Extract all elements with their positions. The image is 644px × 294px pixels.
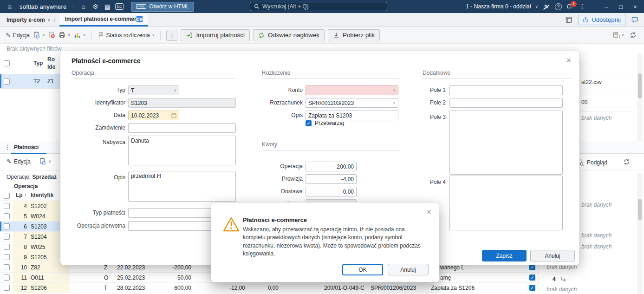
cancel-button[interactable]: Anuluj [530, 250, 575, 261]
comment-icon[interactable] [631, 16, 638, 23]
row-checkbox[interactable] [4, 223, 10, 229]
process-checkbox[interactable] [529, 285, 535, 291]
account-select[interactable]: ∨ [306, 85, 398, 95]
bar-chart-icon [74, 32, 81, 39]
row-checkbox[interactable] [4, 78, 10, 85]
commission-field[interactable] [306, 174, 357, 184]
copy-document-button[interactable]: ∨ [33, 32, 45, 39]
buyer-field[interactable]: Danuta [128, 136, 236, 165]
search-input[interactable] [262, 3, 383, 10]
breadcrumb[interactable]: Importy e-com [7, 17, 45, 23]
edit-button[interactable]: ✎ Edycja [6, 32, 30, 39]
field1-label: Pole 1 [385, 85, 446, 95]
minimize-button[interactable]: – [601, 3, 611, 10]
panel-layout-icon[interactable] [565, 16, 572, 23]
field3-input[interactable] [449, 111, 563, 175]
date-field[interactable]: 10.02.2023 [128, 111, 179, 120]
table-row[interactable]: 12 S1206 T 28.02.2023 600,00 -12,00 0,00… [0, 283, 539, 293]
order-field[interactable] [128, 123, 236, 133]
close-icon[interactable]: × [426, 207, 431, 217]
active-filters-note: Brak aktywnych filtrów [7, 46, 62, 52]
process-checkbox[interactable] [306, 120, 312, 126]
calendar-icon[interactable] [171, 113, 176, 118]
notifications-bell-icon[interactable]: 1 [566, 3, 574, 10]
ok-button[interactable]: OK [342, 264, 383, 275]
process-checkbox[interactable] [529, 274, 535, 281]
settlement-status-filter[interactable]: Status rozliczenia ∨ [98, 32, 155, 39]
share-button[interactable]: Udostępnij [578, 15, 625, 25]
column-header-lp[interactable]: Lp ↑ [16, 192, 27, 198]
alert-message: Wskazano, aby przetwarzać tą operację mi… [243, 226, 429, 258]
process-checkbox-row[interactable]: Przetwarzaj [306, 120, 344, 126]
goto-record-icon[interactable] [561, 276, 567, 282]
field4-input[interactable] [449, 176, 563, 230]
tab-platnosci[interactable]: Płatności [14, 144, 39, 150]
identifier-field[interactable] [128, 98, 236, 108]
operations-filter-line: Operacje: Sprzedaż [7, 174, 57, 180]
apps-grid-icon[interactable]: ▦ [101, 3, 113, 10]
row-checkbox[interactable] [4, 234, 10, 240]
refresh-panel-icon[interactable] [623, 158, 630, 165]
field2-input[interactable] [449, 98, 563, 108]
scrollbar[interactable] [637, 173, 643, 294]
section-more-icon[interactable]: ⋮ [5, 144, 10, 150]
amount-operation-field[interactable] [306, 162, 357, 171]
column-header-line2[interactable]: Ide [47, 64, 55, 70]
open-in-html-button[interactable]: HTML Otwórz w HTML [131, 2, 194, 12]
help-icon[interactable]: ? [555, 3, 562, 10]
tab-import-platnosci[interactable]: Import płatności e-commerce [59, 13, 148, 26]
column-header-identyfikator[interactable]: Identyfik [31, 192, 53, 198]
delete-button[interactable] [48, 32, 55, 39]
select-all-checkbox[interactable] [4, 60, 10, 66]
maximize-button[interactable]: □ [616, 3, 626, 10]
refresh-view-icon[interactable] [630, 32, 637, 39]
more-actions-button[interactable]: ⋮ [166, 30, 177, 41]
home-icon[interactable]: ⌂ [77, 3, 89, 10]
description-label: Opis [65, 173, 125, 183]
row-checkbox[interactable] [4, 285, 10, 291]
settlement-select[interactable]: SPR/001203/2023∨ [306, 98, 398, 108]
refresh-header-button[interactable]: Odśwież nagłówek [253, 29, 325, 41]
print-button[interactable]: ∨ [59, 32, 71, 39]
quill-edit-icon[interactable]: ✎ [542, 3, 551, 10]
close-icon[interactable]: × [566, 56, 571, 65]
row-checkbox[interactable] [4, 254, 10, 260]
divider [91, 31, 92, 40]
download-file-button[interactable]: Pobierz plik [328, 29, 380, 41]
process-checkbox[interactable] [529, 264, 535, 270]
payments-copy-button[interactable]: ∨ [39, 158, 51, 165]
delivery-field[interactable] [306, 187, 357, 196]
chevron-down-icon[interactable]: ∨ [535, 4, 538, 9]
more-options-icon[interactable]: ⋮ [579, 3, 586, 10]
scrollbar-thumb[interactable] [638, 199, 642, 220]
row-checkbox[interactable] [4, 213, 10, 219]
dialog-title: Płatności e-commerce [72, 57, 141, 65]
row-checkbox[interactable] [4, 264, 10, 270]
bc-module-icon[interactable]: bc [115, 3, 124, 10]
company-selector[interactable]: 1 - Nasza firma 0 - oddział [466, 3, 531, 10]
import-payments-button[interactable]: Importuj płatności [181, 29, 249, 41]
typ-select[interactable]: T∨ [128, 85, 179, 95]
select-all-checkbox[interactable] [4, 193, 10, 199]
hamburger-menu-icon[interactable]: ≡ [4, 3, 16, 11]
close-window-button[interactable]: × [630, 3, 640, 10]
column-header-typ[interactable]: Typ [33, 60, 43, 66]
row-checkbox[interactable] [4, 244, 10, 250]
field1-input[interactable] [449, 85, 563, 95]
row-checkbox[interactable] [4, 203, 10, 209]
chart-button[interactable]: ∨ [74, 32, 86, 39]
description-field[interactable]: przedmiot H [128, 171, 236, 202]
warnings-button[interactable]: ! ∨ [612, 32, 624, 39]
column-header-line1[interactable]: Ro [47, 56, 55, 63]
payments-edit-button[interactable]: ✎ Edycja [7, 158, 31, 165]
save-button[interactable]: Zapisz [482, 250, 527, 261]
settlement-description-field[interactable] [306, 111, 398, 120]
alert-cancel-button[interactable]: Anuluj [388, 264, 429, 275]
chevron-down-icon[interactable]: ∨ [47, 18, 51, 22]
scrollbar-thumb[interactable] [638, 73, 642, 98]
global-search[interactable] [250, 2, 387, 11]
scrollbar[interactable] [637, 53, 643, 141]
preview-button[interactable]: Podgląd [577, 157, 607, 168]
settings-gear-icon[interactable]: ⚙ [89, 3, 101, 10]
row-checkbox[interactable] [4, 274, 10, 281]
